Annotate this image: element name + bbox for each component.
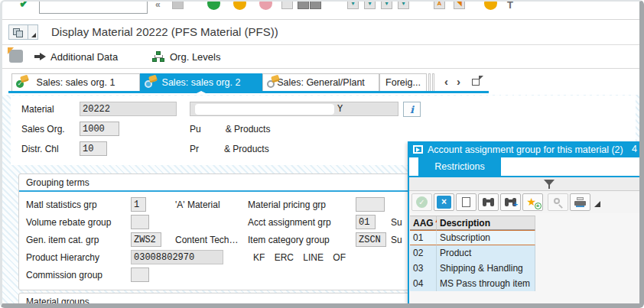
tab-label: Sales: sales org. 2 <box>162 77 241 88</box>
description-cell[interactable]: Product <box>437 245 535 261</box>
popup-title: Account assignment group for this materi… <box>428 144 623 155</box>
print-icon[interactable] <box>281 2 293 9</box>
table-header-row: AAG▲ Description <box>410 216 535 230</box>
tab-label: Sales: General/Plant <box>277 77 365 88</box>
blank-page-icon <box>462 197 470 207</box>
services-for-object-icon <box>8 24 28 40</box>
value-help-popup: Account assignment group for this materi… <box>408 141 639 303</box>
find-next-icon[interactable] <box>310 2 321 9</box>
aag-cell[interactable]: 04 <box>410 276 437 291</box>
tab-strip: ✓ Sales: sales org. 1 Sales: sales org. … <box>2 69 639 94</box>
binoculars-plus-icon: + <box>505 198 516 206</box>
scroll-tabs-right-icon[interactable]: › <box>457 75 460 88</box>
scroll-tabs-left-icon[interactable]: ‹ <box>444 75 448 88</box>
description-cell[interactable]: Shipping & Handling <box>437 261 535 276</box>
tab-status-icon <box>267 77 278 88</box>
additional-data-label: Additional Data <box>50 51 118 63</box>
save-icon[interactable] <box>172 2 184 9</box>
command-collapse-icon[interactable]: « <box>155 2 161 10</box>
aag-cell[interactable]: 03 <box>410 261 437 276</box>
tab-sales-org-2[interactable]: Sales: sales org. 2 <box>140 73 262 91</box>
tab-underline <box>8 91 489 93</box>
gen-item-cat-label: Gen. item cat. grp <box>26 235 99 245</box>
customize-icon[interactable]: T <box>507 2 513 11</box>
description-cell[interactable]: Subscription <box>437 230 535 245</box>
material-groups-title: Material groups <box>26 297 89 303</box>
description-cell[interactable]: MS Pass through item <box>437 276 535 291</box>
tab-status-ok-icon: ✓ <box>16 77 28 88</box>
print-button[interactable] <box>570 193 590 211</box>
value-help-table: AAG▲ Description 01 Subscription 02 Prod… <box>410 216 535 291</box>
title-bar: Display Material 20222 (PFS Material (PF… <box>2 20 639 45</box>
aag-cell[interactable]: 01 <box>410 230 437 245</box>
matl-statistics-field[interactable]: 1 <box>131 197 146 212</box>
org-levels-button[interactable]: Org. Levels <box>152 49 220 64</box>
help-icon[interactable] <box>484 2 497 10</box>
material-field[interactable]: 20222 <box>80 102 177 116</box>
table-row[interactable]: 02 Product <box>410 245 535 261</box>
column-header-aag[interactable]: AAG▲ <box>410 216 437 230</box>
acct-assignment-label: Acct assignment grp <box>248 217 331 228</box>
services-for-object-button[interactable] <box>8 24 38 40</box>
table-row[interactable]: 04 MS Pass through item <box>410 276 535 291</box>
distr-chl-description: Pr& Products <box>190 144 269 154</box>
command-field[interactable] <box>39 2 148 14</box>
popup-toolbar: ✓ × + ★+ <box>409 191 639 213</box>
find-icon[interactable] <box>298 2 309 9</box>
binoculars-icon <box>483 198 494 206</box>
previous-page-icon[interactable]: ▾ <box>364 2 376 9</box>
continue-button[interactable]: ✓ <box>411 193 432 211</box>
first-page-icon[interactable]: ▾ <box>347 2 359 9</box>
material-label: Material <box>21 104 54 115</box>
cancel-icon[interactable] <box>259 2 272 10</box>
table-body: 01 Subscription 02 Product 03 Shipping &… <box>410 230 535 291</box>
insert-in-personal-list-button[interactable]: ★+ <box>522 193 543 211</box>
table-row[interactable]: 03 Shipping & Handling <box>410 261 535 276</box>
next-page-icon[interactable]: ▾ <box>381 2 392 9</box>
volume-rebate-field[interactable] <box>131 215 149 229</box>
enter-icon[interactable]: ✔ <box>19 2 29 11</box>
item-category-field[interactable]: ZSCN <box>356 232 386 247</box>
hand-pointer-icon <box>20 75 29 83</box>
material-pricing-label: Material pricing grp <box>248 199 326 210</box>
close-button[interactable]: × <box>434 193 454 211</box>
gen-item-cat-field[interactable]: ZWS2 <box>131 232 161 247</box>
services-dropdown-icon[interactable] <box>28 24 38 40</box>
product-hierarchy-field[interactable]: 03008802970 <box>131 250 223 264</box>
aag-cell[interactable]: 02 <box>410 245 437 261</box>
sales-org-label: Sales Org. <box>21 124 65 135</box>
material-description-field[interactable]: Y <box>190 102 398 116</box>
table-row-selected[interactable]: 01 Subscription <box>410 230 535 245</box>
display-button[interactable] <box>548 193 568 211</box>
back-icon[interactable] <box>207 2 220 10</box>
material-pricing-field[interactable] <box>356 197 385 212</box>
commission-group-field[interactable] <box>131 267 149 282</box>
org-levels-label: Org. Levels <box>170 51 220 63</box>
star-plus-icon: ★+ <box>527 196 539 208</box>
tab-label: Foreig... <box>385 77 421 88</box>
other-views-icon[interactable] <box>472 76 483 86</box>
info-button[interactable]: i <box>403 102 421 117</box>
application-toolbar: Additional Data Org. Levels <box>2 45 639 69</box>
display-change-icon[interactable] <box>9 50 23 63</box>
tab-sales-org-1[interactable]: ✓ Sales: sales org. 1 <box>11 73 140 91</box>
shortcut-icon[interactable]: ◥ <box>454 2 465 9</box>
sales-org-field[interactable]: 1000 <box>80 122 119 136</box>
distr-chl-field[interactable]: 10 <box>80 141 107 156</box>
filter-funnel-icon[interactable] <box>544 180 555 189</box>
acct-assignment-field[interactable]: 01 <box>356 215 376 229</box>
tab-restrictions[interactable]: Restrictions <box>418 157 501 176</box>
new-entry-button[interactable] <box>456 193 476 211</box>
grouping-terms-title: Grouping terms <box>26 177 89 188</box>
last-page-icon[interactable]: ▾ <box>398 2 409 9</box>
popup-filter-row <box>409 177 639 191</box>
tab-sales-general-plant[interactable]: Sales: General/Plant <box>262 73 379 91</box>
tab-foreign-trade[interactable]: Foreig... <box>379 73 427 91</box>
find-button[interactable] <box>478 193 499 211</box>
new-session-icon[interactable]: A <box>434 2 445 9</box>
exit-icon[interactable] <box>233 2 246 10</box>
more-menu-icon[interactable] <box>594 201 600 207</box>
column-header-description[interactable]: Description <box>437 216 535 230</box>
additional-data-button[interactable]: Additional Data <box>34 49 118 64</box>
find-next-button[interactable]: + <box>500 193 521 211</box>
